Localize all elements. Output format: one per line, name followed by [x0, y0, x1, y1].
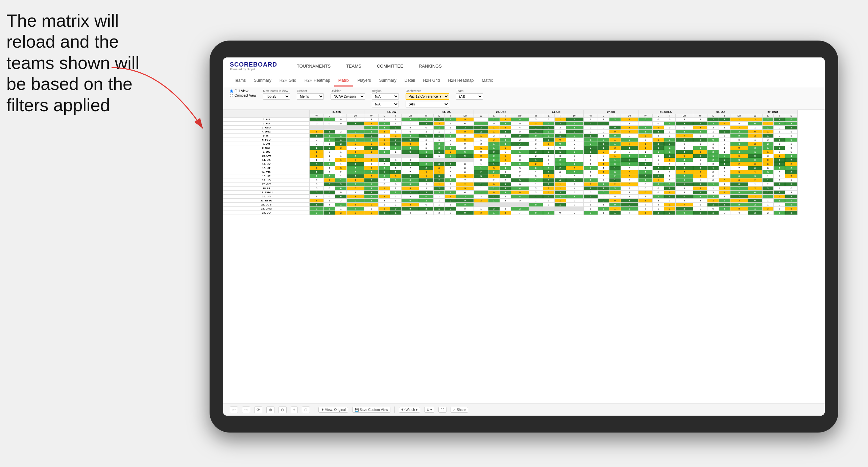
matrix-cell: 0: [390, 174, 402, 178]
reset-zoom-button[interactable]: ±: [291, 407, 298, 413]
matrix-cell: 0: [719, 178, 730, 182]
matrix-cell: 3: [719, 154, 730, 158]
options-button[interactable]: ⚙ ▾: [424, 407, 435, 413]
matrix-cell: 1: [554, 162, 566, 166]
nav-rankings[interactable]: RANKINGS: [416, 62, 444, 70]
matrix-cell: 1: [638, 166, 652, 170]
matrix-cell: 1: [638, 130, 652, 134]
matrix-cell: 0: [583, 130, 598, 134]
refresh-button[interactable]: ⟳: [254, 407, 262, 413]
matrix-cell: 8: [566, 150, 583, 154]
matrix-cell: 1: [762, 203, 774, 207]
region-select2[interactable]: N/A: [372, 101, 399, 107]
matrix-cell: 1: [488, 142, 500, 146]
matrix-cell: 9: [621, 118, 638, 122]
matrix-cell: 3: [583, 142, 598, 146]
table-row: 8. UAF1239110422131139100821311016101931…: [223, 146, 798, 150]
matrix-cell: 0: [748, 166, 762, 170]
watch-button[interactable]: 👁 Watch ▾: [399, 407, 420, 413]
subnav-players[interactable]: Players: [353, 75, 375, 87]
matrix-cell: 3: [707, 122, 719, 126]
team-label: 10. UW: [223, 154, 310, 158]
matrix-cell: 1: [554, 182, 566, 187]
table-row: 23. UNM22171109210513121319312200151329: [223, 207, 798, 211]
matrix-cell: 1: [707, 211, 719, 215]
subnav-h2h-grid1[interactable]: H2H Grid: [275, 75, 300, 87]
division-select[interactable]: NCAA Division I: [331, 93, 365, 100]
matrix-cell: 1: [664, 182, 676, 187]
matrix-cell: 1: [664, 150, 676, 154]
team-label: 2. VU: [223, 122, 310, 126]
matrix-cell: 1: [653, 162, 664, 166]
full-view-radio[interactable]: Full View: [230, 89, 256, 93]
matrix-cell: 0: [664, 118, 676, 122]
matrix-area[interactable]: 3. ASU 10. UW 11. UA 22. UCB 24. UO 27. …: [223, 110, 825, 403]
matrix-cell: 2: [488, 170, 500, 174]
expand-button[interactable]: ⛶: [438, 407, 447, 413]
conference-select[interactable]: Pac-12 Conference ▼: [406, 93, 449, 100]
gender-select[interactable]: Men's: [297, 93, 324, 100]
subnav-h2h-heatmap1[interactable]: H2H Heatmap: [300, 75, 334, 87]
matrix-cell: 0: [609, 203, 621, 207]
undo-button[interactable]: ↩: [230, 407, 238, 413]
matrix-cell: 4: [730, 150, 748, 154]
matrix-cell: 1: [529, 199, 543, 203]
matrix-cell: 2: [583, 146, 598, 150]
matrix-cell: 1: [664, 199, 676, 203]
redo-button[interactable]: ↪: [242, 407, 250, 413]
logo-subtitle: Powered by clippd: [230, 68, 277, 71]
col-header-ucla: 31. UCLA: [638, 110, 693, 114]
max-teams-select[interactable]: Top 25: [263, 93, 290, 100]
matrix-cell: 1: [583, 134, 598, 138]
nav-tournaments[interactable]: TOURNAMENTS: [294, 62, 333, 70]
matrix-cell: 0: [748, 191, 762, 195]
matrix-cell: 0: [653, 191, 664, 195]
matrix-cell: 0: [675, 126, 693, 130]
subnav-h2h-grid2[interactable]: H2H Grid: [419, 75, 444, 87]
table-row: 22. UCB13190123011501171100221711392105: [223, 203, 798, 207]
matrix-cell: 9: [785, 150, 798, 154]
matrix-cell: 0: [335, 195, 347, 199]
matrix-cell: 3: [785, 122, 798, 126]
matrix-cell: 8: [785, 162, 798, 166]
settings-button[interactable]: ⊙: [302, 407, 310, 413]
subnav-teams[interactable]: Teams: [230, 75, 250, 87]
matrix-cell: 7: [566, 203, 583, 207]
matrix-cell: 2: [583, 178, 598, 182]
matrix-cell: 1: [543, 150, 554, 154]
matrix-cell: 1: [488, 195, 500, 199]
subnav-summary1[interactable]: Summary: [250, 75, 275, 87]
nav-committee[interactable]: COMMITTEE: [374, 62, 406, 70]
matrix-cell: 0: [445, 130, 456, 134]
team-select[interactable]: (All): [456, 93, 483, 100]
compact-view-radio[interactable]: Compact View: [230, 94, 256, 97]
matrix-cell: 1: [707, 134, 719, 138]
zoom-in-button[interactable]: ⊕: [266, 407, 274, 413]
matrix-cell: 3: [324, 134, 335, 138]
matrix-cell: 3: [474, 195, 488, 199]
matrix-cell: 0: [419, 195, 433, 199]
zoom-out-button[interactable]: ⊖: [279, 407, 287, 413]
matrix-cell: 0: [653, 182, 664, 187]
matrix-cell: 3: [390, 158, 402, 162]
region-select[interactable]: N/A: [372, 93, 399, 100]
matrix-cell: 3: [785, 211, 798, 215]
matrix-cell: 2: [500, 174, 511, 178]
save-custom-button[interactable]: 💾 Save Custom View: [352, 407, 390, 413]
subnav-matrix1[interactable]: Matrix: [334, 75, 354, 87]
matrix-cell: [511, 203, 529, 207]
conference-select2[interactable]: (All): [406, 101, 449, 107]
subnav-detail[interactable]: Detail: [401, 75, 419, 87]
matrix-cell: 3: [324, 174, 335, 178]
matrix-cell: 1: [609, 142, 621, 146]
matrix-cell: 9: [730, 203, 748, 207]
matrix-cell: 1: [719, 182, 730, 187]
share-button[interactable]: ↗ Share: [451, 407, 468, 413]
nav-teams[interactable]: TEAMS: [343, 62, 364, 70]
subnav-summary2[interactable]: Summary: [375, 75, 400, 87]
view-original-button[interactable]: 👁 View: Original: [318, 407, 348, 413]
subnav-matrix2[interactable]: Matrix: [478, 75, 497, 87]
matrix-cell: 3: [529, 187, 543, 191]
subnav-h2h-heatmap2[interactable]: H2H Heatmap: [444, 75, 478, 87]
matrix-cell: 1: [390, 211, 402, 215]
